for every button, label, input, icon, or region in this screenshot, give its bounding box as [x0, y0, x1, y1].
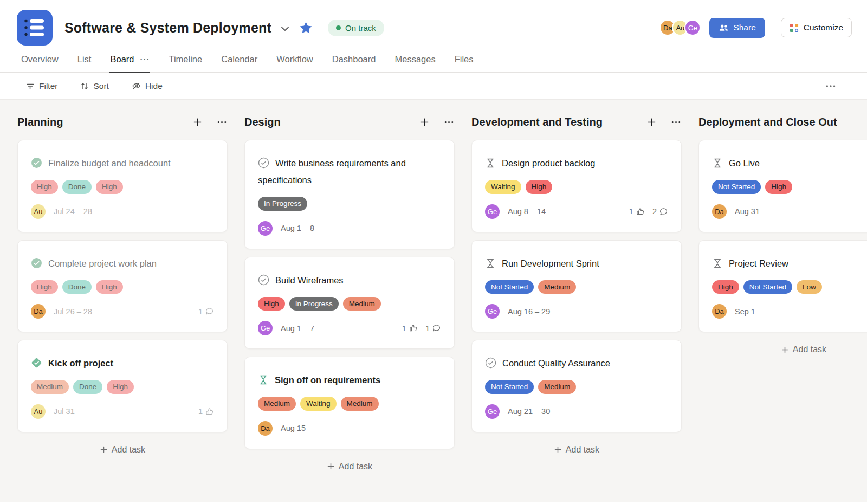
comment-bubble-icon — [205, 307, 214, 316]
tag-row: HighDoneHigh — [31, 180, 214, 194]
assignee-avatar-ge: Ge — [485, 304, 500, 319]
avatar-ge[interactable]: Ge — [684, 20, 701, 36]
task-title: Build Wireframes — [275, 275, 344, 285]
toolbar-more-icon[interactable] — [825, 80, 837, 92]
column-more-icon[interactable] — [216, 117, 228, 128]
check-complete-icon[interactable] — [31, 257, 42, 269]
customize-label: Customize — [804, 23, 843, 33]
tag-not-started: Not Started — [743, 280, 792, 294]
tag-not-started: Not Started — [485, 280, 534, 294]
member-avatars: DaAuGe — [659, 20, 701, 36]
approval-icon[interactable] — [485, 158, 496, 169]
task-card[interactable]: Go LiveNot StartedHighDaAug 31 — [698, 140, 867, 232]
filter-button[interactable]: Filter — [26, 81, 57, 91]
column-planning: Planning Finalize budget and headcountHi… — [17, 114, 228, 455]
column-more-icon[interactable] — [670, 117, 682, 128]
tab-label: Dashboard — [332, 54, 376, 64]
tab-calendar[interactable]: Calendar — [221, 52, 258, 73]
tab-overflow-icon[interactable]: ··· — [140, 55, 150, 64]
share-label: Share — [733, 23, 755, 33]
column-header: Design — [244, 114, 455, 130]
status-badge[interactable]: On track — [328, 20, 384, 36]
task-card[interactable]: Finalize budget and headcountHighDoneHig… — [17, 140, 228, 232]
add-task-plus-icon[interactable] — [419, 117, 430, 128]
favorite-star-icon[interactable] — [299, 21, 313, 35]
assignee-avatar-au: Au — [31, 404, 46, 419]
share-button[interactable]: Share — [709, 18, 765, 38]
check-incomplete-icon[interactable] — [485, 357, 496, 369]
sort-button[interactable]: Sort — [80, 81, 108, 91]
share-people-icon — [719, 23, 729, 33]
project-icon[interactable] — [17, 10, 53, 46]
add-task-label: Add task — [339, 462, 372, 471]
task-card[interactable]: Kick off projectMediumDoneHighAuJul 311 — [17, 340, 228, 432]
column-title: Planning — [17, 116, 63, 128]
task-title: Design product backlog — [502, 158, 595, 168]
card-meta: GeAug 16 – 29 — [485, 304, 668, 319]
task-card[interactable]: Project ReviewHighNot StartedLowDaSep 1 — [698, 240, 867, 333]
task-card[interactable]: Complete project work planHighDoneHighDa… — [17, 240, 228, 333]
customize-button[interactable]: Customize — [781, 18, 852, 37]
tab-bar: OverviewListBoard···TimelineCalendarWork… — [0, 52, 867, 73]
status-dot-icon — [336, 25, 341, 30]
comment-bubble-icon — [432, 324, 441, 333]
likes-count: 1 — [402, 324, 418, 333]
due-date: Aug 8 – 14 — [508, 207, 546, 216]
task-card[interactable]: Build WireframesHighIn ProgressMediumGeA… — [244, 257, 455, 350]
add-task-button[interactable]: Add task — [17, 445, 228, 455]
column-more-icon[interactable] — [443, 117, 455, 128]
due-date: Aug 16 – 29 — [508, 307, 550, 316]
task-card[interactable]: Sign off on requirementsMediumWaitingMed… — [244, 357, 455, 449]
hide-button[interactable]: Hide — [132, 81, 163, 91]
assignee-avatar-ge: Ge — [258, 221, 273, 236]
tag-row: HighDoneHigh — [31, 280, 214, 294]
filter-label: Filter — [39, 81, 57, 91]
page-title[interactable]: Software & System Deployment — [64, 20, 271, 36]
add-task-button[interactable]: Add task — [244, 462, 455, 471]
check-complete-icon[interactable] — [31, 157, 42, 169]
tag-high: High — [526, 180, 553, 194]
task-card[interactable]: Write business requirements and specific… — [244, 140, 455, 249]
card-meta: GeAug 1 – 8 — [258, 221, 441, 236]
milestone-complete-icon[interactable] — [31, 357, 42, 369]
tab-workflow[interactable]: Workflow — [276, 52, 314, 73]
tab-list[interactable]: List — [77, 52, 92, 73]
tag-high: High — [712, 280, 739, 294]
add-task-button[interactable]: Add task — [698, 345, 867, 354]
chevron-down-icon[interactable] — [281, 24, 289, 32]
approval-icon[interactable] — [485, 258, 496, 269]
tag-done-faded: Done — [73, 380, 102, 394]
tag-not-started: Not Started — [485, 380, 534, 394]
hide-label: Hide — [145, 81, 163, 91]
tab-timeline[interactable]: Timeline — [168, 52, 203, 73]
assignee-avatar-ge: Ge — [485, 404, 500, 419]
approval-icon[interactable] — [712, 258, 723, 269]
sort-icon — [80, 82, 89, 91]
task-card[interactable]: Conduct Quality AssuranceNot StartedMedi… — [471, 340, 682, 432]
add-task-label: Add task — [566, 445, 599, 455]
column-title: Design — [244, 116, 281, 128]
tab-overview[interactable]: Overview — [21, 52, 59, 73]
tag-medium-faded: Medium — [31, 380, 69, 394]
add-task-plus-icon[interactable] — [646, 117, 657, 128]
plus-icon — [554, 445, 562, 454]
tab-messages[interactable]: Messages — [394, 52, 436, 73]
tab-files[interactable]: Files — [454, 52, 474, 73]
task-card[interactable]: Run Development SprintNot StartedMediumG… — [471, 240, 682, 333]
tab-dashboard[interactable]: Dashboard — [332, 52, 377, 73]
plus-icon — [100, 445, 108, 454]
approval-icon[interactable] — [712, 158, 723, 169]
likes-count: 1 — [198, 407, 214, 416]
tab-label: Messages — [394, 54, 435, 64]
tag-row: MediumDoneHigh — [31, 380, 214, 394]
check-incomplete-icon[interactable] — [258, 274, 269, 286]
add-task-plus-icon[interactable] — [192, 117, 203, 128]
task-card[interactable]: Design product backlogWaitingHighGeAug 8… — [471, 140, 682, 232]
tab-board[interactable]: Board··· — [109, 52, 150, 73]
card-meta: GeAug 8 – 1412 — [485, 204, 668, 219]
comments-count: 1 — [425, 324, 441, 333]
add-task-button[interactable]: Add task — [471, 445, 682, 455]
approval-green-icon[interactable] — [258, 374, 269, 385]
due-date: Jul 24 – 28 — [54, 207, 92, 216]
check-incomplete-icon[interactable] — [258, 157, 269, 169]
